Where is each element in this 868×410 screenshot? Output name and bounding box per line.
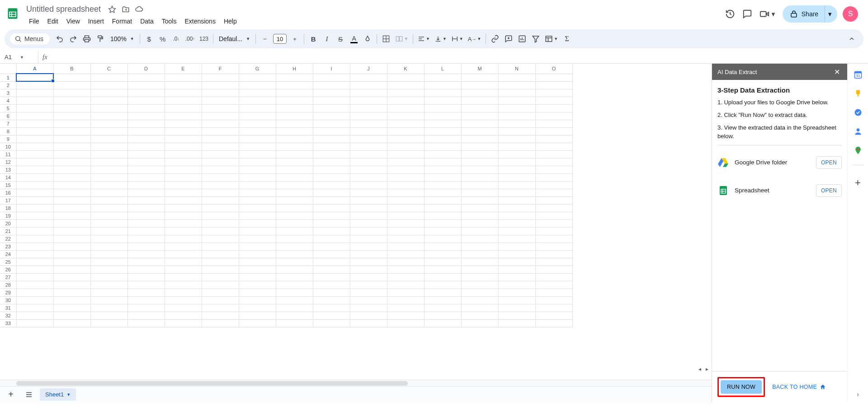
cell-D14[interactable] [127,173,165,181]
cell-H25[interactable] [276,258,313,266]
cell-M30[interactable] [461,296,498,304]
cell-D12[interactable] [127,158,165,166]
cell-O4[interactable] [535,97,572,104]
column-header-B[interactable]: B [53,64,90,74]
cell-E12[interactable] [165,158,202,166]
cell-F32[interactable] [202,312,239,319]
cell-C24[interactable] [90,250,127,258]
row-header-5[interactable]: 5 [0,104,16,112]
cell-C23[interactable] [90,242,127,250]
cell-C22[interactable] [90,235,127,242]
cell-B12[interactable] [53,158,90,166]
cell-G28[interactable] [239,281,276,289]
cell-M21[interactable] [461,227,498,235]
cell-C9[interactable] [90,135,127,143]
cell-L5[interactable] [424,104,461,112]
cell-D15[interactable] [127,181,165,189]
cell-D13[interactable] [127,166,165,173]
menu-view[interactable]: View [63,16,84,27]
undo-button[interactable] [53,33,66,45]
get-addons-button[interactable]: + [855,177,861,189]
cell-L17[interactable] [424,196,461,204]
cell-N12[interactable] [498,158,535,166]
horizontal-scrollbar[interactable] [0,380,712,386]
cell-E15[interactable] [165,181,202,189]
cell-M31[interactable] [461,304,498,312]
cell-D25[interactable] [127,258,165,266]
cell-F28[interactable] [202,281,239,289]
cell-E6[interactable] [165,112,202,120]
cell-D10[interactable] [127,143,165,150]
cell-A22[interactable] [16,235,53,242]
cell-E28[interactable] [165,281,202,289]
scroll-right-button[interactable]: ► [703,365,711,373]
cell-J30[interactable] [350,296,387,304]
cell-O19[interactable] [535,212,572,219]
cell-K23[interactable] [387,242,424,250]
cell-M15[interactable] [461,181,498,189]
cell-A21[interactable] [16,227,53,235]
cell-F5[interactable] [202,104,239,112]
cell-K12[interactable] [387,158,424,166]
cell-H14[interactable] [276,173,313,181]
back-to-home-button[interactable]: BACK TO HOME [772,384,826,390]
cell-E2[interactable] [165,81,202,89]
row-header-31[interactable]: 31 [0,304,16,312]
cell-E16[interactable] [165,189,202,196]
row-header-3[interactable]: 3 [0,89,16,97]
cell-M10[interactable] [461,143,498,150]
cell-G22[interactable] [239,235,276,242]
font-family-dropdown[interactable]: Defaul...▼ [216,35,253,42]
cell-J9[interactable] [350,135,387,143]
row-header-21[interactable]: 21 [0,227,16,235]
cell-K7[interactable] [387,120,424,127]
cell-A3[interactable] [16,89,53,97]
cell-F10[interactable] [202,143,239,150]
cell-E31[interactable] [165,304,202,312]
cell-M6[interactable] [461,112,498,120]
cell-L21[interactable] [424,227,461,235]
cell-C32[interactable] [90,312,127,319]
cell-B8[interactable] [53,127,90,135]
cell-M16[interactable] [461,189,498,196]
cell-M5[interactable] [461,104,498,112]
cell-A32[interactable] [16,312,53,319]
cell-K5[interactable] [387,104,424,112]
cell-I31[interactable] [313,304,350,312]
cell-J24[interactable] [350,250,387,258]
cell-A30[interactable] [16,296,53,304]
column-header-J[interactable]: J [350,64,387,74]
cell-I13[interactable] [313,166,350,173]
cell-J33[interactable] [350,319,387,327]
cell-H26[interactable] [276,266,313,273]
cell-D17[interactable] [127,196,165,204]
cell-J5[interactable] [350,104,387,112]
contacts-icon[interactable] [854,127,863,136]
cell-G6[interactable] [239,112,276,120]
cell-J2[interactable] [350,81,387,89]
cell-K19[interactable] [387,212,424,219]
cell-L28[interactable] [424,281,461,289]
cell-K9[interactable] [387,135,424,143]
cell-F24[interactable] [202,250,239,258]
cell-G20[interactable] [239,219,276,227]
cell-J29[interactable] [350,289,387,296]
cell-O22[interactable] [535,235,572,242]
move-icon[interactable] [122,5,130,14]
cell-M22[interactable] [461,235,498,242]
cell-H8[interactable] [276,127,313,135]
row-header-11[interactable]: 11 [0,150,16,158]
cell-E25[interactable] [165,258,202,266]
cell-O28[interactable] [535,281,572,289]
cell-A12[interactable] [16,158,53,166]
row-header-28[interactable]: 28 [0,281,16,289]
cell-L9[interactable] [424,135,461,143]
cell-I20[interactable] [313,219,350,227]
cell-E32[interactable] [165,312,202,319]
cell-B25[interactable] [53,258,90,266]
cell-N24[interactable] [498,250,535,258]
cell-N30[interactable] [498,296,535,304]
menus-search[interactable]: Menus [10,33,50,44]
row-header-4[interactable]: 4 [0,97,16,104]
cell-F27[interactable] [202,273,239,281]
